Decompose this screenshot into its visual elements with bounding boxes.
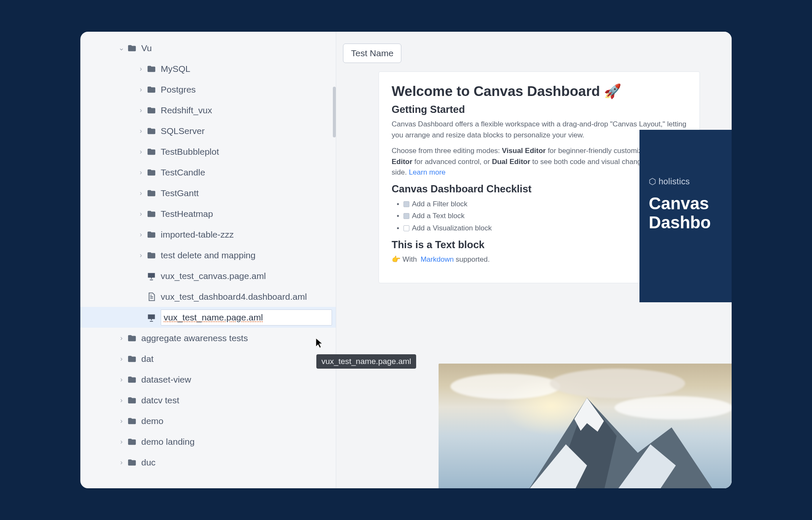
presentation-icon xyxy=(145,271,157,281)
chevron-right-icon: › xyxy=(136,210,145,218)
tree-label: duc xyxy=(141,457,156,468)
tree-label: Vu xyxy=(141,43,152,53)
tree-label: imported-table-zzz xyxy=(161,230,234,240)
brand-name: holistics xyxy=(658,177,690,186)
tree-label: vux_test_canvas.page.aml xyxy=(161,271,266,281)
presentation-icon xyxy=(145,313,157,322)
checkbox-icon xyxy=(403,213,409,219)
folder-icon xyxy=(145,147,157,156)
document-icon xyxy=(145,292,157,301)
tab-bar: Test Name xyxy=(336,32,732,71)
chevron-down-icon: ⌄ xyxy=(117,44,126,52)
tree-label: MySQL xyxy=(161,64,190,74)
checkbox-icon xyxy=(403,201,409,207)
chevron-right-icon: › xyxy=(117,334,126,342)
tree-label: TestGantt xyxy=(161,188,199,198)
tree-label: test delete and mapping xyxy=(161,250,255,260)
folder-icon xyxy=(145,189,157,198)
tree-folder[interactable]: › Redshift_vux xyxy=(80,100,336,120)
chevron-right-icon: › xyxy=(136,230,145,239)
folder-icon xyxy=(126,437,138,446)
rename-title-button[interactable]: Test Name xyxy=(343,44,401,63)
chevron-right-icon: › xyxy=(117,438,126,446)
canvas-image-block[interactable] xyxy=(439,364,732,488)
tree-folder[interactable]: › dat xyxy=(80,348,336,369)
folder-icon xyxy=(126,334,138,343)
folder-icon xyxy=(126,354,138,364)
tree-label: demo xyxy=(141,416,164,426)
folder-icon xyxy=(145,230,157,239)
folder-icon xyxy=(145,64,157,74)
tree-folder[interactable]: › demo landing xyxy=(80,431,336,452)
folder-icon xyxy=(126,416,138,426)
checkbox-icon xyxy=(403,225,409,231)
folder-icon xyxy=(126,458,138,467)
folder-icon xyxy=(145,209,157,219)
text: supported. xyxy=(454,255,490,263)
tree-file-dashboard[interactable]: vux_test_dashboard4.dashboard.aml xyxy=(80,286,336,307)
folder-icon xyxy=(126,44,138,53)
tree-file-page[interactable]: vux_test_canvas.page.aml xyxy=(80,265,336,286)
text-bold: Dual Editor xyxy=(492,158,530,166)
tree-folder[interactable]: › SQLServer xyxy=(80,120,336,141)
app-window: ⌄ Vu › MySQL › Postgres › Redshift_vux xyxy=(80,32,732,488)
tree-folder[interactable]: › imported-table-zzz xyxy=(80,224,336,245)
tree-folder[interactable]: › Postgres xyxy=(80,79,336,100)
heading-getting-started: Getting Started xyxy=(392,104,687,115)
chevron-right-icon: › xyxy=(136,85,145,94)
markdown-link[interactable]: Markdown xyxy=(420,255,453,263)
checklist-label: Add a Text block xyxy=(412,212,464,220)
chevron-right-icon: › xyxy=(136,251,145,260)
chevron-right-icon: › xyxy=(117,355,126,363)
tree-label: aggregate awareness tests xyxy=(141,333,248,343)
learn-more-link[interactable]: Learn more xyxy=(409,168,446,176)
text-bold: Visual Editor xyxy=(502,147,546,155)
tree-label: Postgres xyxy=(161,85,196,95)
tree-folder[interactable]: › test delete and mapping xyxy=(80,245,336,265)
chevron-right-icon: › xyxy=(136,189,145,197)
tree-folder[interactable]: › TestCandle xyxy=(80,162,336,183)
mountain-illustration xyxy=(477,381,714,488)
chevron-right-icon: › xyxy=(117,458,126,467)
tree-folder[interactable]: › TestGantt xyxy=(80,183,336,203)
tree-folder-vu[interactable]: ⌄ Vu xyxy=(80,38,336,58)
folder-icon xyxy=(126,396,138,405)
tree-folder[interactable]: › MySQL xyxy=(80,58,336,79)
scrollbar-thumb[interactable] xyxy=(333,87,336,137)
tree-label: TestCandle xyxy=(161,167,205,178)
tree-folder[interactable]: › demo xyxy=(80,411,336,431)
tree-folder[interactable]: › dataset-view xyxy=(80,369,336,390)
tree-folder[interactable]: › TestBubbleplot xyxy=(80,141,336,162)
promo-panel: ⬡ holistics Canvas Dashbo xyxy=(639,130,732,302)
tree-label: SQLServer xyxy=(161,126,205,136)
folder-icon xyxy=(145,168,157,177)
text: Choose from three editing modes: xyxy=(392,147,502,155)
chevron-right-icon: › xyxy=(136,168,145,177)
tree-folder[interactable]: › duc xyxy=(80,452,336,473)
tree-folder[interactable]: › datcv test xyxy=(80,390,336,411)
chevron-right-icon: › xyxy=(117,396,126,405)
sidebar: ⌄ Vu › MySQL › Postgres › Redshift_vux xyxy=(80,32,336,488)
chevron-right-icon: › xyxy=(117,417,126,425)
promo-title-line1: Canvas xyxy=(649,194,725,213)
tree-label: Redshift_vux xyxy=(161,105,212,115)
chevron-right-icon: › xyxy=(136,65,145,73)
text: 👉 With xyxy=(392,255,419,263)
folder-icon xyxy=(145,251,157,260)
tree-label: datcv test xyxy=(141,395,179,405)
text: for advanced control, or xyxy=(412,158,492,166)
tree-folder[interactable]: › TestHeatmap xyxy=(80,203,336,224)
chevron-right-icon: › xyxy=(136,148,145,156)
checklist-label: Add a Filter block xyxy=(412,200,467,208)
folder-icon xyxy=(145,126,157,136)
tree-file-page-editing[interactable] xyxy=(80,307,336,328)
rename-input[interactable] xyxy=(161,309,332,326)
tree-folder[interactable]: › aggregate awareness tests xyxy=(80,328,336,348)
tree-label: dat xyxy=(141,354,154,364)
tree-label: demo landing xyxy=(141,437,195,447)
chevron-right-icon: › xyxy=(136,127,145,135)
chevron-right-icon: › xyxy=(117,375,126,384)
brand-label: ⬡ holistics xyxy=(649,176,725,186)
tree-label: TestHeatmap xyxy=(161,209,213,219)
checklist-label: Add a Visualization block xyxy=(412,224,492,232)
